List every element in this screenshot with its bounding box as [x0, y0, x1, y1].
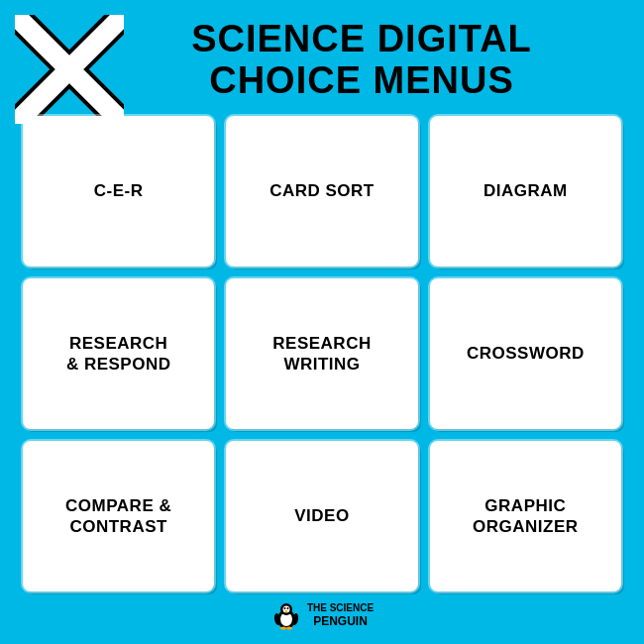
x-decoration-icon	[15, 15, 124, 124]
penguin-logo-icon	[270, 599, 302, 631]
cell-label-graphic-organizer: GRAPHIC ORGANIZER	[473, 495, 579, 538]
grid-cell-video[interactable]: VIDEO	[226, 441, 417, 591]
grid-cell-compare-contrast[interactable]: COMPARE & CONTRAST	[23, 441, 214, 591]
footer-branding: THE SCIENCE PENGUIN	[270, 599, 374, 631]
svg-point-8	[283, 607, 285, 609]
grid-cell-graphic-organizer[interactable]: GRAPHIC ORGANIZER	[430, 441, 621, 591]
svg-point-14	[286, 627, 292, 630]
cell-label-video: VIDEO	[294, 505, 349, 526]
grid-cell-crossword[interactable]: CROSSWORD	[430, 278, 621, 429]
grid-cell-cer[interactable]: C-E-R	[23, 116, 214, 267]
cell-label-diagram: DIAGRAM	[483, 180, 568, 201]
cell-label-card-sort: CARD SORT	[269, 180, 375, 201]
cell-label-research-respond: RESEARCH & RESPOND	[66, 333, 171, 376]
cell-label-compare-contrast: COMPARE & CONTRAST	[65, 495, 171, 538]
grid-cell-research-writing[interactable]: RESEARCH WRITING	[226, 278, 417, 429]
page-title: SCIENCE DIGITAL CHOICE MENUS	[191, 19, 532, 102]
svg-point-9	[286, 607, 288, 609]
main-container: SCIENCE DIGITAL CHOICE MENUS C-E-R CARD …	[5, 5, 639, 639]
svg-point-10	[284, 610, 287, 612]
choice-menu-grid: C-E-R CARD SORT DIAGRAM RESEARCH & RESPO…	[15, 116, 629, 591]
brand-penguin: PENGUIN	[307, 614, 374, 628]
brand-text: THE SCIENCE PENGUIN	[307, 602, 374, 628]
svg-point-13	[280, 627, 286, 630]
brand-the-science: THE SCIENCE	[307, 602, 374, 614]
cell-label-research-writing: RESEARCH WRITING	[272, 333, 371, 376]
cell-label-cer: C-E-R	[94, 180, 144, 201]
cell-label-crossword: CROSSWORD	[467, 343, 585, 364]
grid-cell-card-sort[interactable]: CARD SORT	[226, 116, 417, 267]
grid-cell-diagram[interactable]: DIAGRAM	[430, 116, 621, 267]
grid-cell-research-respond[interactable]: RESEARCH & RESPOND	[23, 278, 214, 429]
